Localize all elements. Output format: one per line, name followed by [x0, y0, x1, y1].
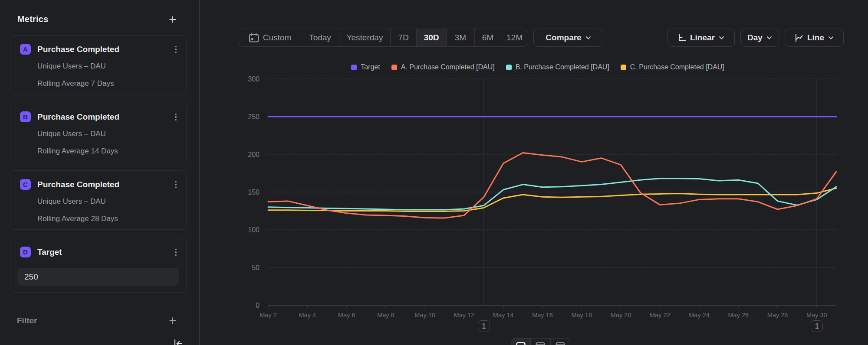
- svg-text:May 26: May 26: [728, 312, 749, 319]
- svg-text:May 2: May 2: [260, 312, 277, 319]
- view-table-button[interactable]: [550, 338, 570, 345]
- table-view-icon: [556, 342, 565, 345]
- line-chart: 050100150200250300May 2May 4May 6May 8Ma…: [0, 0, 868, 345]
- svg-text:May 10: May 10: [414, 312, 435, 319]
- svg-text:May 22: May 22: [650, 312, 671, 319]
- svg-text:May 14: May 14: [493, 312, 514, 319]
- svg-text:May 4: May 4: [299, 312, 316, 319]
- svg-text:50: 50: [252, 264, 260, 271]
- svg-text:0: 0: [256, 302, 260, 309]
- view-chart-button[interactable]: [511, 338, 530, 345]
- svg-text:May 28: May 28: [767, 312, 788, 319]
- svg-text:300: 300: [248, 75, 260, 83]
- svg-text:May 30: May 30: [806, 312, 827, 319]
- chart-view-icon: [516, 342, 526, 345]
- app: Metrics A Purchase Completed Unique User…: [0, 0, 868, 345]
- svg-text:250: 250: [248, 113, 260, 120]
- annotation-badge[interactable]: 1: [478, 320, 490, 332]
- annotation-badge[interactable]: 1: [811, 320, 823, 332]
- svg-text:100: 100: [248, 226, 260, 234]
- svg-text:150: 150: [248, 189, 260, 196]
- svg-text:May 24: May 24: [689, 312, 710, 319]
- view-split-button[interactable]: [530, 338, 550, 345]
- svg-text:May 18: May 18: [571, 312, 592, 319]
- svg-text:May 8: May 8: [377, 312, 395, 319]
- svg-text:May 12: May 12: [454, 312, 475, 319]
- view-switcher: [511, 338, 570, 345]
- series-C. Purchase Completed [DAU]: [268, 188, 836, 211]
- svg-text:May 6: May 6: [338, 312, 355, 319]
- svg-text:May 20: May 20: [611, 312, 631, 319]
- svg-text:200: 200: [248, 151, 260, 158]
- svg-text:May 16: May 16: [532, 312, 553, 319]
- split-view-icon: [536, 342, 545, 345]
